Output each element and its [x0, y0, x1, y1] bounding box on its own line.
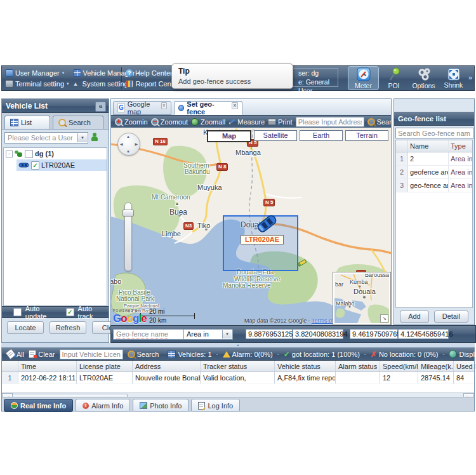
tip-title: Tip — [178, 67, 286, 76]
splitter-handle-icon[interactable]: ▲ — [237, 343, 240, 347]
menu-terminal-setting[interactable]: Terminal setting▾ — [3, 78, 71, 89]
col-speed[interactable]: Speed(km/h) — [380, 361, 418, 371]
detail-button[interactable]: Detail — [434, 311, 468, 323]
user-filter-icon[interactable] — [91, 133, 98, 141]
coord-field-1[interactable]: 9.8876953125 — [246, 329, 293, 339]
zoomall-button[interactable]: Zoomall — [191, 118, 225, 126]
map-label-muyuka: Muyuka — [197, 184, 222, 191]
menubar-more-icon[interactable]: » — [468, 74, 472, 81]
terminal-setting-icon — [5, 80, 13, 88]
zoom-slider-handle[interactable] — [122, 210, 134, 217]
zoomin-button[interactable]: Zoomin — [115, 118, 148, 126]
area-type-select[interactable]: Area in▼ — [183, 329, 233, 340]
tab-label: List — [21, 119, 32, 126]
col-used-fuel[interactable]: Used Fu... — [454, 361, 475, 371]
vehicle-checkbox[interactable]: ✓ — [31, 161, 39, 170]
tool-meter[interactable]: Meter — [348, 66, 379, 90]
tool-label: Shrink — [444, 81, 463, 89]
map-canvas[interactable]: Kumba Mbanga Southern Bakundu Muyuka Mt … — [111, 128, 391, 326]
tree-vehicle-row[interactable]: ✓ LTR020AE — [17, 159, 107, 171]
tab-alarm-info[interactable]: !Alarm Info — [76, 399, 130, 412]
tab-realtime-info[interactable]: Real time Info — [4, 399, 73, 412]
map-pan-control[interactable]: ▲ ▼ ◀ ▶ — [117, 133, 140, 156]
col-address[interactable]: Address — [133, 361, 201, 371]
area-type-value: Area in — [187, 330, 209, 338]
tab-log-info[interactable]: Log Info — [191, 399, 240, 412]
col-time[interactable]: Time — [18, 361, 77, 371]
overview-minimap[interactable]: bar Kumba Douala Malabo Baroussa ↘ — [333, 272, 390, 324]
tab-photo-info[interactable]: Photo Info — [133, 399, 188, 412]
tool-poi[interactable]: POI — [379, 66, 409, 90]
col-tracker-status[interactable]: Tracker status — [201, 361, 275, 371]
tool-shrink[interactable]: Shrink — [439, 66, 468, 90]
coord-field-2[interactable]: 3.820408083194 — [293, 329, 343, 339]
measure-button[interactable]: Measure — [228, 118, 265, 126]
pan-up-icon[interactable]: ▲ — [126, 135, 130, 138]
collapse-panel-button[interactable]: « — [95, 102, 106, 112]
bottom-panel: All Clear Search Vehicles: 1 - Alarm: 0(… — [1, 347, 475, 411]
tree-group-label: dg (1) — [35, 150, 54, 157]
minimap-collapse-icon[interactable]: ↘ — [380, 314, 388, 323]
geofence-name-input[interactable]: Geo-fence name — [113, 329, 184, 340]
map-type-satellite[interactable]: Satellite — [254, 130, 297, 141]
status-search-button[interactable]: Search — [128, 351, 159, 358]
print-button[interactable]: Print — [268, 118, 293, 126]
map-label-malabo-partial: abo — [111, 278, 121, 285]
map-zoom-slider[interactable] — [124, 203, 132, 271]
user-select-dropdown[interactable]: Please Select a User▼ — [4, 132, 88, 144]
auto-update-checkbox[interactable] — [13, 308, 22, 316]
horizontal-splitter[interactable]: ▲ — [1, 343, 475, 347]
geofence-table-header: Name Type — [396, 140, 472, 152]
col-license[interactable]: License plate — [77, 361, 133, 371]
locate-button[interactable]: Locate — [7, 321, 44, 334]
scale-km: 20 km — [140, 317, 195, 324]
close-tab-icon[interactable]: x — [161, 102, 167, 109]
tab-label: Google map — [128, 100, 159, 116]
col-type[interactable]: Type — [449, 140, 472, 152]
vehicle-marker-label[interactable]: LTR020AE — [241, 235, 284, 244]
tip-popup: Tip Add geo-fence success — [171, 64, 293, 89]
tab-set-geofence[interactable]: Set geo-fence x — [174, 101, 242, 115]
chevron-down-icon: ▾ — [62, 70, 65, 76]
tree-expand-icon[interactable]: - — [6, 151, 13, 157]
user-role-text: e: General User — [298, 77, 338, 95]
geofence-row[interactable]: 3 geo-fence ar... Area in — [396, 179, 472, 192]
col-alarm-status[interactable]: Alarm status — [336, 361, 380, 371]
refresh-button[interactable]: Refresh — [50, 321, 86, 334]
vehicle-list-header: Vehicle List — [2, 99, 109, 113]
close-tab-icon[interactable]: x — [232, 102, 238, 109]
x-icon: ✗ — [371, 350, 377, 359]
col-vehicle-status[interactable]: Vehicle status — [275, 361, 336, 371]
pan-down-icon[interactable]: ▼ — [126, 150, 130, 154]
google-logo[interactable]: POWERED BY Google — [113, 309, 147, 325]
map-type-map[interactable]: Map — [207, 130, 251, 142]
col-name[interactable]: Name — [408, 140, 449, 152]
clear-button[interactable]: Clear — [29, 350, 55, 358]
dropdown-arrow-icon[interactable]: ▼ — [222, 330, 232, 338]
map-type-earth[interactable]: Earth — [300, 130, 343, 141]
pan-right-icon[interactable]: ▶ — [135, 142, 138, 146]
grid-header: Time License plate Address Tracker statu… — [2, 361, 474, 372]
tab-google-map[interactable]: G Google map x — [113, 101, 171, 115]
geofence-row[interactable]: 1 2 Area in — [396, 152, 472, 166]
auto-track-checkbox[interactable]: ✓ — [66, 308, 74, 316]
tab-search[interactable]: Search — [53, 116, 103, 129]
pan-left-icon[interactable]: ◀ — [120, 142, 123, 146]
coord-field-4[interactable]: 4.124545859416 — [398, 329, 449, 339]
grid-row[interactable]: 1 2012-06-22 18:11:12 LTR020AE Nouvelle … — [2, 372, 474, 384]
address-input[interactable] — [296, 117, 364, 127]
menu-user-manager[interactable]: User Manager▾ — [3, 67, 71, 78]
tab-list[interactable]: List — [4, 116, 50, 129]
tool-options[interactable]: Options — [409, 66, 439, 90]
geofence-search-input[interactable] — [395, 128, 474, 138]
license-search-input[interactable] — [60, 349, 123, 359]
zoomout-button[interactable]: Zoomout — [151, 118, 188, 126]
map-type-terrain[interactable]: Terrain — [345, 130, 388, 141]
geofence-row[interactable]: 2 geofence are... Area in — [396, 166, 472, 179]
group-checkbox[interactable] — [25, 150, 33, 158]
all-button[interactable]: All — [7, 350, 24, 358]
tree-group-row[interactable]: - dg (1) — [4, 148, 107, 159]
col-mileage[interactable]: Mileage(k... — [418, 361, 454, 371]
dropdown-arrow-icon[interactable]: ▼ — [77, 133, 87, 142]
add-geofence-button[interactable]: Add — [400, 311, 429, 323]
